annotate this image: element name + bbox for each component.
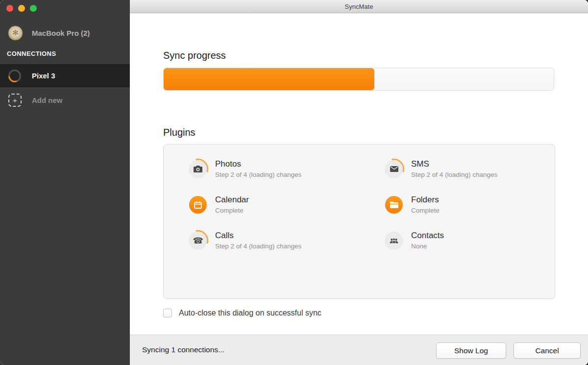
- plugin-status: None: [411, 243, 444, 250]
- add-new-plus-icon: +: [8, 94, 22, 107]
- auto-close-option: Auto-close this dialog on successful syn…: [163, 309, 321, 317]
- window-controls: [6, 5, 37, 12]
- plugin-item-photos: Photos Step 2 of 4 (loading) changes: [189, 159, 301, 178]
- plugin-item-sms: SMS Step 2 of 4 (loading) changes: [385, 159, 497, 178]
- folder-icon: [385, 196, 403, 214]
- cancel-button[interactable]: Cancel: [514, 342, 581, 359]
- device-avatar: ✻: [8, 25, 23, 41]
- plugins-panel: Photos Step 2 of 4 (loading) changes SMS…: [163, 144, 555, 299]
- window-title: SyncMate: [345, 3, 373, 10]
- device-name: MacBook Pro (2): [32, 29, 90, 37]
- calendar-icon: [189, 196, 207, 214]
- sidebar-item-pixel-3[interactable]: Pixel 3: [0, 64, 130, 87]
- plugin-name: SMS: [411, 159, 497, 169]
- connections-section-label: CONNECTIONS: [7, 50, 56, 57]
- plugin-status: Step 2 of 4 (loading) changes: [215, 243, 301, 250]
- people-icon: [385, 232, 403, 249]
- plugin-item-contacts: Contacts None: [385, 231, 444, 250]
- sidebar-item-add-new[interactable]: + Add new: [0, 88, 130, 112]
- sidebar: ✻ MacBook Pro (2) CONNECTIONS Pixel 3 + …: [0, 0, 130, 365]
- show-log-button[interactable]: Show Log: [436, 342, 506, 359]
- plugin-name: Folders: [411, 195, 440, 205]
- plugin-item-calendar: Calendar Complete: [189, 195, 249, 214]
- connection-name: Pixel 3: [32, 72, 55, 80]
- plugin-item-folders: Folders Complete: [385, 195, 440, 214]
- sync-progress-fill: [164, 68, 374, 90]
- envelope-icon: [385, 160, 403, 178]
- close-window-button[interactable]: [6, 5, 13, 12]
- footer-bar: Syncing 1 connections... Show Log Cancel: [130, 335, 588, 365]
- camera-icon: [189, 160, 207, 178]
- plugin-name: Calls: [215, 231, 301, 241]
- plugin-item-calls: ☎ Calls Step 2 of 4 (loading) changes: [189, 231, 301, 250]
- plugin-status: Step 2 of 4 (loading) changes: [411, 171, 497, 178]
- sync-progress-heading: Sync progress: [163, 50, 226, 61]
- main-pane: SyncMate Sync progress Plugins Photos: [130, 0, 588, 365]
- plugin-name: Photos: [215, 159, 301, 169]
- sync-progress-bar: [163, 68, 554, 91]
- sync-status-text: Syncing 1 connections...: [142, 345, 224, 354]
- plugin-name: Calendar: [215, 195, 249, 205]
- plugin-status: Complete: [411, 207, 440, 214]
- plugin-status: Complete: [215, 207, 249, 214]
- syncmate-window: ✻ MacBook Pro (2) CONNECTIONS Pixel 3 + …: [0, 0, 588, 365]
- add-new-label: Add new: [32, 96, 63, 104]
- title-bar: SyncMate: [130, 0, 588, 13]
- phone-icon: ☎: [189, 232, 207, 249]
- auto-close-checkbox[interactable]: [163, 309, 172, 317]
- auto-close-label: Auto-close this dialog on successful syn…: [179, 309, 321, 317]
- plugins-heading: Plugins: [163, 127, 196, 138]
- plugin-status: Step 2 of 4 (loading) changes: [215, 171, 301, 178]
- sync-spinner-icon: [7, 69, 22, 83]
- plugin-name: Contacts: [411, 231, 444, 241]
- minimize-window-button[interactable]: [18, 5, 25, 12]
- zoom-window-button[interactable]: [30, 5, 37, 12]
- sidebar-item-macbook-pro[interactable]: ✻ MacBook Pro (2): [0, 22, 130, 44]
